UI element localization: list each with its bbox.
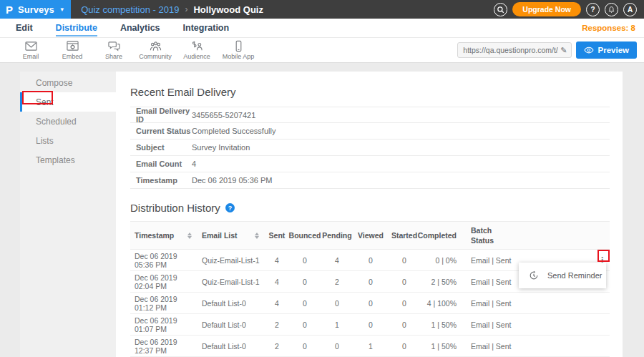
- channel-mobile-app[interactable]: Mobile App: [218, 40, 259, 60]
- tab-analytics[interactable]: Analytics: [120, 19, 160, 36]
- account-avatar[interactable]: A: [623, 3, 637, 16]
- search-button[interactable]: [494, 3, 507, 16]
- channel-label: Mobile App: [223, 53, 255, 60]
- send-reminder-label: Send Reminder: [547, 271, 602, 280]
- channel-label: Community: [139, 53, 172, 60]
- cell-pending: 1: [335, 321, 339, 329]
- tab-integration[interactable]: Integration: [183, 19, 230, 36]
- tab-edit[interactable]: Edit: [16, 19, 33, 36]
- sort-icon[interactable]: [187, 233, 192, 239]
- cell-sent: 2: [275, 321, 279, 329]
- cell-sent: 4: [275, 278, 279, 286]
- upgrade-now-button[interactable]: Upgrade Now: [512, 2, 581, 16]
- cell-batch-status: Email | Sent: [462, 299, 525, 308]
- history-header-row: Timestamp Email List Sent Bounced Pendin…: [130, 221, 610, 250]
- surveys-menu[interactable]: P Surveys ▾: [0, 0, 71, 19]
- cell-batch-status: Email | Sent: [462, 321, 525, 329]
- sidebar-item-sent[interactable]: Sent: [20, 92, 116, 112]
- channel-email[interactable]: Email: [10, 40, 52, 60]
- cell-email-list: Default List-0: [197, 321, 265, 329]
- channel-label: Email: [23, 53, 39, 60]
- responses-count-link[interactable]: Responses: 8: [582, 24, 635, 32]
- detail-label: Current Status: [136, 127, 192, 135]
- survey-url-group: ✎: [457, 42, 567, 58]
- cell-email-list: Quiz-Email-List-1: [197, 278, 265, 286]
- cell-started: 0: [402, 278, 406, 286]
- history-help-icon[interactable]: ?: [225, 203, 235, 212]
- search-icon: [497, 6, 504, 14]
- sidebar-item-templates[interactable]: Templates: [20, 150, 116, 170]
- col-header-timestamp[interactable]: Timestamp: [130, 231, 197, 240]
- cell-bounced: 0: [303, 321, 307, 329]
- sort-icon[interactable]: [255, 233, 259, 239]
- share-icon: [107, 40, 121, 52]
- cell-email-list: Default List-0: [197, 342, 265, 351]
- send-reminder-menu-item[interactable]: Send Reminder: [519, 270, 606, 280]
- cell-bounced: 0: [303, 256, 307, 265]
- cell-sent: 2: [275, 342, 279, 351]
- distribute-toolbar: Email Embed Share Community: [0, 37, 644, 63]
- email-icon: [24, 40, 38, 52]
- tab-distribute[interactable]: Distribute: [56, 19, 97, 36]
- col-header-email-list[interactable]: Email List: [197, 231, 265, 240]
- audience-icon: [190, 40, 204, 52]
- cell-started: 0: [402, 256, 406, 265]
- sent-content: Recent Email Delivery Email Delivery ID …: [116, 72, 623, 357]
- cell-viewed: 0: [369, 299, 373, 308]
- recent-delivery-details: Email Delivery ID 3455655-5207421 Curren…: [130, 107, 610, 189]
- cell-email-list: Quiz-Email-List-1: [197, 256, 265, 265]
- detail-row: Subject Survey Invitation: [130, 140, 610, 156]
- cell-timestamp: Dec 06 2019 01:07 PM: [130, 316, 197, 333]
- survey-tabs: Edit Distribute Analytics Integration Re…: [0, 19, 644, 37]
- cell-viewed: 0: [369, 278, 373, 286]
- cell-batch-status: Email | Sent: [462, 342, 525, 351]
- detail-row: Current Status Completed Successfully: [130, 123, 610, 140]
- cell-completed: 2 | 50%: [427, 278, 462, 286]
- cell-bounced: 0: [303, 299, 307, 308]
- cell-timestamp: Dec 06 2019 05:36 PM: [130, 252, 197, 269]
- surveys-menu-label: Surveys: [18, 4, 54, 15]
- survey-url-input[interactable]: [457, 42, 572, 58]
- cell-started: 0: [402, 299, 406, 308]
- cell-timestamp: Dec 06 2019 01:12 PM: [130, 295, 197, 312]
- questionpro-app: P Surveys ▾ Quiz competition - 2019 › Ho…: [0, 0, 644, 357]
- channel-label: Share: [105, 53, 122, 60]
- detail-value: 4: [192, 160, 196, 168]
- notifications-button[interactable]: [605, 3, 618, 16]
- email-sidebar: Compose Sent Scheduled Lists Templates: [20, 72, 116, 357]
- col-header-viewed: Viewed: [358, 231, 384, 240]
- eye-icon: [584, 47, 594, 54]
- cell-started: 0: [402, 321, 406, 329]
- breadcrumb-current: Hollywood Quiz: [193, 4, 263, 15]
- channel-audience[interactable]: Audience: [176, 40, 218, 60]
- channel-share[interactable]: Share: [93, 40, 135, 60]
- sidebar-item-scheduled[interactable]: Scheduled: [20, 112, 116, 131]
- page-body: Compose Sent Scheduled Lists Templates R…: [0, 63, 644, 357]
- channel-label: Audience: [183, 53, 210, 60]
- cell-viewed: 0: [369, 256, 373, 265]
- row-context-menu: Send Reminder: [519, 263, 606, 288]
- sidebar-item-lists[interactable]: Lists: [20, 131, 116, 150]
- channel-embed[interactable]: Embed: [52, 40, 93, 60]
- cell-completed: 0 | 0%: [431, 256, 462, 265]
- channel-community[interactable]: Community: [135, 40, 176, 60]
- mobile-app-icon: [232, 40, 245, 52]
- col-header-pending: Pending: [322, 231, 351, 240]
- cell-pending: 4: [335, 256, 339, 265]
- detail-label: Timestamp: [136, 176, 192, 185]
- cell-viewed: 0: [369, 321, 373, 329]
- detail-value: Survey Invitation: [192, 143, 250, 152]
- edit-url-icon[interactable]: ✎: [560, 46, 567, 55]
- preview-button[interactable]: Preview: [576, 41, 637, 59]
- table-row: Dec 06 2019 12:37 PM Default List-0 2 0 …: [130, 336, 610, 357]
- chevron-down-icon: ▾: [61, 6, 64, 13]
- recent-delivery-title: Recent Email Delivery: [130, 86, 610, 98]
- breadcrumb-parent-link[interactable]: Quiz competition - 2019: [81, 4, 179, 15]
- cell-started: 0: [402, 342, 406, 351]
- sidebar-item-compose[interactable]: Compose: [20, 73, 116, 92]
- table-row: Dec 06 2019 01:12 PM Default List-0 4 0 …: [130, 293, 610, 314]
- reminder-clock-icon: [529, 270, 539, 280]
- cell-timestamp: Dec 06 2019 12:37 PM: [130, 338, 197, 355]
- help-button[interactable]: ?: [586, 3, 600, 16]
- breadcrumb: Quiz competition - 2019 › Hollywood Quiz: [71, 0, 263, 19]
